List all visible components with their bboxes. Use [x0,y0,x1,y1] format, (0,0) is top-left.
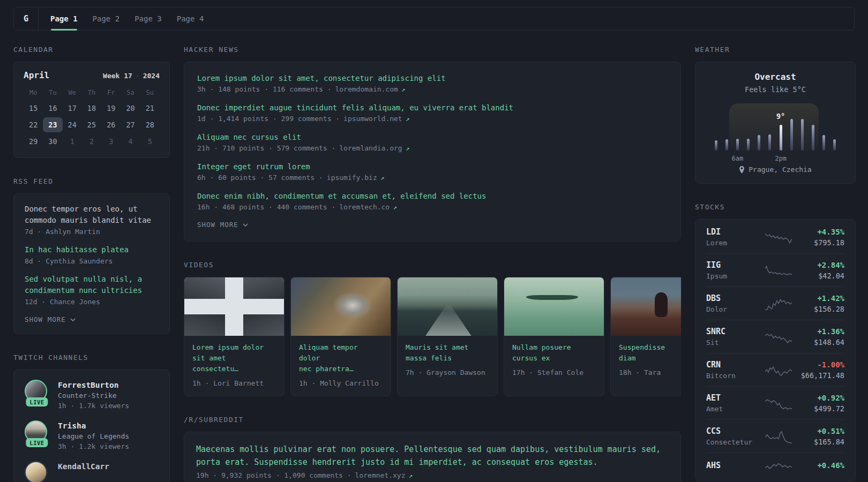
stock-name: Consectetur [706,438,759,446]
videos-widget-title: VIDEOS [184,261,681,269]
rss-card: Donec tempor eros leo, ut commodo mauris… [13,193,170,334]
rss-show-more-button[interactable]: SHOW MORE [25,315,76,323]
weekday-label: Sa [121,89,140,96]
hn-show-more-button[interactable]: SHOW MORE [197,221,248,229]
external-link-icon: ↗ [401,85,406,93]
subreddit-meta-text: 19h · 9,932 points · 1,090 comments · [196,471,351,479]
hn-meta-text: 3h · 148 points · 116 comments · [197,85,331,93]
calendar-day: 25 [82,117,101,132]
calendar-day: 24 [63,117,82,132]
video-thumbnail [611,277,681,336]
stock-identity: DBSDolor [706,293,759,313]
video-title: Lorem ipsum dolorsit amet consectetu… [192,342,276,374]
video-card[interactable]: Aliquam tempor dolornec pharetra… 1h · M… [290,277,391,396]
calendar-day: 30 [43,134,62,149]
hn-item-link[interactable]: Integer eget rutrum lorem [197,162,668,171]
stock-change: +1.36% [798,327,844,336]
twitch-channel-row[interactable]: LIVE ForrestBurton Counter-Strike 1h · 1… [25,380,159,410]
twitch-channel-row[interactable]: KendallCarr [25,461,159,482]
twitch-channel-name[interactable]: Trisha [58,421,129,430]
chevron-down-icon [70,318,76,321]
tab-page-2[interactable]: Page 2 [93,7,120,30]
video-info: Suspendissediam 18h · Tara [611,336,681,385]
rss-item-link[interactable]: Sed volutpat nulla nisl, a condimentum n… [25,274,159,296]
chevron-down-icon [243,223,248,227]
twitch-channel-name[interactable]: KendallCarr [58,462,109,471]
tab-page-1[interactable]: Page 1 [50,7,78,30]
stock-price: $148.64 [798,338,844,347]
subreddit-post-link[interactable]: Maecenas mollis pulvinar erat non posuer… [196,443,669,469]
video-info: Lorem ipsum dolorsit amet consectetu… 1h… [184,336,284,396]
hn-item-link[interactable]: Lorem ipsum dolor sit amet, consectetur … [197,74,668,82]
weather-bar [801,119,804,150]
twitch-channel-name[interactable]: ForrestBurton [58,381,129,389]
live-badge: LIVE [26,438,48,447]
calendar-days-grid: 15 16 17 18 19 20 21 22 23 24 25 26 27 2… [24,101,160,149]
twitch-channel-game: League of Legends [58,432,129,440]
weather-bar [725,139,728,150]
hn-domain-link[interactable]: loremdomain.com [335,85,398,93]
stock-name: Bitcorn [706,372,759,380]
calendar-widget: CALENDAR April Week 17·2024 Mo Tu We Th … [13,46,170,158]
rss-item-link[interactable]: In hac habitasse platea [25,244,159,255]
stock-identity: CCSConsectetur [706,426,759,446]
hn-item-link[interactable]: Aliquam nec cursus elit [197,133,668,141]
show-more-label: SHOW MORE [25,315,66,323]
weekday-label: Fr [101,89,121,96]
subreddit-widget-title: /R/SUBREDDIT [184,416,681,424]
hn-item-link[interactable]: Donec imperdiet augue tincidunt felis al… [197,103,668,112]
rss-item: Sed volutpat nulla nisl, a condimentum n… [25,274,159,306]
subreddit-card: Maecenas mollis pulvinar erat non posuer… [184,432,681,482]
stock-price: $42.04 [798,272,844,280]
weather-bar [736,139,739,150]
subreddit-domain-link[interactable]: loremnet.xyz [355,471,406,479]
video-card[interactable]: Mauris sit ametmassa felis 7h · Grayson … [397,277,498,396]
video-card[interactable]: Suspendissediam 18h · Tara [610,277,681,396]
tab-page-4[interactable]: Page 4 [177,7,204,30]
rss-item-link[interactable]: Donec tempor eros leo, ut commodo mauris… [25,204,159,226]
calendar-day: 17 [63,101,82,116]
weather-bar [812,125,814,150]
hacker-news-widget-title: HACKER NEWS [184,46,681,54]
weekday-label: Tu [43,89,62,96]
weather-bar [822,135,825,150]
weather-bar [790,119,793,150]
hn-domain-link[interactable]: loremlandia.org [339,144,402,152]
weather-condition: Overcast [706,72,844,82]
subreddit-widget: /R/SUBREDDIT Maecenas mollis pulvinar er… [184,416,681,482]
hn-item: Donec enim nibh, condimentum et accumsan… [197,192,668,211]
hacker-news-widget: HACKER NEWS Lorem ipsum dolor sit amet, … [184,46,681,242]
stock-identity: IIGIpsum [706,260,759,280]
rss-item-meta: 7d · Ashlyn Martin [25,228,159,236]
twitch-channel-row[interactable]: LIVE Trisha League of Legends 3h · 1.2k … [25,420,159,450]
external-link-icon: ↗ [393,203,397,211]
weather-location: Prague, Czechia [706,165,844,174]
video-card[interactable]: Nullam posuerecursus ex 17h · Stefan Col… [504,277,604,396]
stock-sparkline [765,297,792,311]
video-card[interactable]: Lorem ipsum dolorsit amet consectetu… 1h… [184,277,285,396]
calendar-day: 18 [82,101,101,116]
dot-separator: · [136,72,140,80]
app-logo[interactable]: G [14,7,39,30]
calendar-week-year: Week 17·2024 [103,72,160,80]
hn-meta-text: 6h · 60 points · 57 comments · [197,174,323,182]
video-meta: 1h · Lori Barnett [192,379,276,387]
weather-bar [715,140,717,150]
video-info: Aliquam tempor dolornec pharetra… 1h · M… [291,336,391,396]
hn-domain-link[interactable]: loremtech.co [339,203,390,211]
stock-identity: SNRCSit [706,327,759,347]
stock-name: Sit [706,338,759,347]
calendar-day: 29 [24,134,43,149]
stock-values: -1.00%$66,171.48 [798,360,844,380]
hn-item-link[interactable]: Donec enim nibh, condimentum et accumsan… [197,192,668,200]
left-column: CALENDAR April Week 17·2024 Mo Tu We Th … [13,46,170,482]
dashboard-columns: CALENDAR April Week 17·2024 Mo Tu We Th … [0,31,868,482]
hn-domain-link[interactable]: ipsumify.biz [327,174,377,182]
stock-symbol: CCS [706,426,759,436]
stock-price: $156.28 [798,305,844,313]
subreddit-post-meta: 19h · 9,932 points · 1,090 comments ·lor… [196,471,669,479]
stock-row: LDILorem +4.35%$795.18 [706,221,844,253]
twitch-channel-info: ForrestBurton Counter-Strike 1h · 1.7k v… [58,380,129,410]
tab-page-3[interactable]: Page 3 [134,7,162,30]
hn-domain-link[interactable]: ipsumworld.net [343,115,402,123]
